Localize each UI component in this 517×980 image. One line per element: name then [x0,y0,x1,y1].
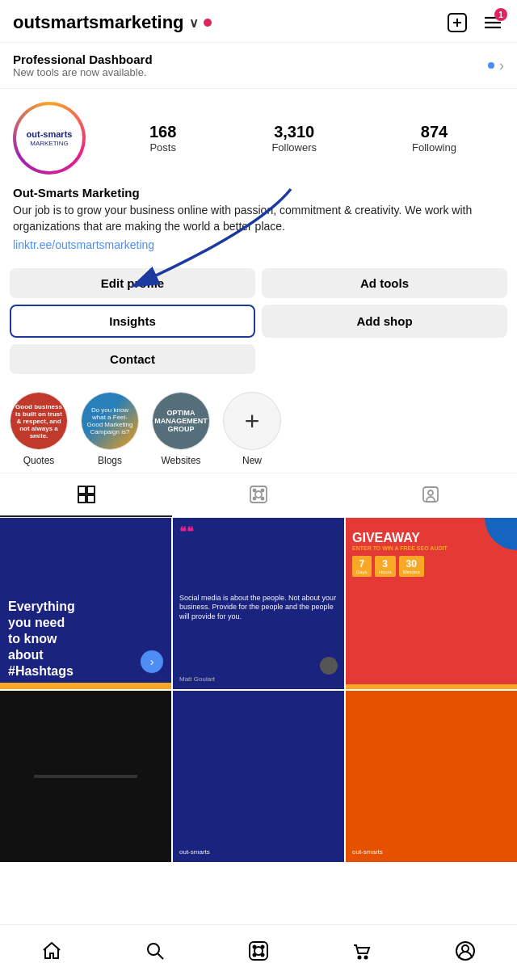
dashboard-dot [488,62,494,69]
notification-badge: 1 [494,8,507,21]
post-4-content [0,691,171,862]
highlight-circle-quotes[interactable]: Good business is built on trust & respec… [10,392,68,450]
highlights-section: Good business is built on trust & respec… [0,382,517,473]
svg-point-28 [365,957,368,959]
highlight-quotes[interactable]: Good business is built on trust & respec… [10,392,68,466]
bio-text: Our job is to grow your business online … [13,203,504,234]
insights-button[interactable]: Insights [10,305,255,338]
post-3-timer: 7 Days 3 Hours 30 Minutes [352,556,511,577]
contact-button[interactable]: Contact [10,344,255,374]
svg-point-25 [254,954,256,957]
posts-stat[interactable]: 168 Posts [149,123,176,154]
stats-section: 168 Posts 3,310 Followers 874 Following [102,123,504,154]
post-5[interactable]: out-smarts [173,691,344,862]
highlight-circle-new[interactable]: + [223,392,281,450]
post-1[interactable]: Everything you need to know about #Hasht… [0,518,171,689]
svg-point-30 [462,945,469,952]
add-highlight-icon: + [245,406,260,436]
svg-point-16 [261,498,263,500]
following-stat[interactable]: 874 Following [412,123,456,154]
post-1-arrow-btn: › [141,650,163,673]
svg-point-26 [262,954,264,957]
live-dot [204,19,212,27]
post-5-text: out-smarts [179,848,210,856]
add-shop-button[interactable]: Add shop [262,305,507,338]
post-3-subtitle: ENTER TO WIN A FREE SEO AUDIT [352,545,511,551]
post-6-content: out-smarts [346,691,517,862]
svg-point-19 [148,944,159,955]
menu-button[interactable]: 1 [481,11,504,34]
nav-shop[interactable] [344,933,380,969]
followers-stat[interactable]: 3,310 Followers [271,123,317,154]
following-label: Following [412,141,456,154]
post-3-title: GIVEAWAY [352,531,511,545]
tab-tagged[interactable] [345,473,517,517]
username-text: outsmartsmarketing [13,12,184,33]
post-2-inner: ❝❝ Social media is about the people. Not… [173,518,344,689]
post-3-hours: 3 Hours [375,556,396,577]
username-section[interactable]: outsmartsmarketing ∨ [13,12,212,33]
header: outsmartsmarketing ∨ 1 [0,0,517,43]
post-4[interactable] [0,691,171,862]
svg-point-18 [428,490,433,495]
post-2[interactable]: ❝❝ Social media is about the people. Not… [173,518,344,689]
highlight-websites[interactable]: OPTIMAMANAGEMENTGROUP Websites [152,392,210,466]
highlight-blogs[interactable]: Do you know what a Feel-Good Marketing C… [81,392,139,466]
svg-rect-9 [78,495,86,503]
nav-search[interactable] [137,933,173,969]
svg-rect-7 [78,486,86,494]
post-3-bar [346,684,517,689]
highlight-circle-blogs[interactable]: Do you know what a Feel-Good Marketing C… [81,392,139,450]
edit-profile-button[interactable]: Edit profile [10,268,255,298]
blogs-thumbnail: Do you know what a Feel-Good Marketing C… [82,393,138,449]
svg-rect-8 [87,486,95,494]
posts-label: Posts [149,141,176,154]
highlight-label-quotes: Quotes [23,455,55,466]
post-3-inner: GIVEAWAY ENTER TO WIN A FREE SEO AUDIT 7… [346,518,517,689]
tab-grid[interactable] [0,473,172,517]
highlight-new[interactable]: + New [223,392,281,466]
bio-section: Out-Smarts Marketing Our job is to grow … [0,186,517,262]
posts-count: 168 [149,123,176,141]
quotes-thumbnail: Good business is built on trust & respec… [11,393,67,449]
bio-link[interactable]: linktr.ee/outsmartsmarketing [13,238,154,251]
post-2-author: Matt Goulart [179,675,338,683]
post-1-content: Everything you need to know about #Hasht… [0,518,171,689]
svg-rect-10 [87,495,95,503]
action-buttons: Edit profile Ad tools Insights Add shop … [0,262,517,382]
grid-icon [77,485,96,504]
post-3-days: 7 Days [352,556,372,577]
profile-top: out-smarts MARKETING 168 Posts 3,310 Fol… [13,102,504,175]
post-6[interactable]: out-smarts [346,691,517,862]
highlight-circle-websites[interactable]: OPTIMAMANAGEMENTGROUP [152,392,210,450]
ad-tools-button[interactable]: Ad tools [262,268,507,298]
followers-label: Followers [271,141,317,154]
websites-thumbnail: OPTIMAMANAGEMENTGROUP [153,393,209,449]
avatar-ring: out-smarts MARKETING [13,102,86,175]
nav-home[interactable] [34,933,69,969]
add-post-button[interactable] [446,11,469,34]
tagged-icon [421,485,440,504]
post-3[interactable]: GIVEAWAY ENTER TO WIN A FREE SEO AUDIT 7… [346,518,517,689]
pro-dashboard-text: Professional Dashboard New tools are now… [13,53,153,78]
pro-dashboard[interactable]: Professional Dashboard New tools are now… [0,43,517,89]
post-1-text: Everything you need to know about #Hasht… [8,599,163,679]
svg-point-27 [359,957,361,959]
action-buttons-section: Edit profile Ad tools Insights Add shop … [0,262,517,382]
pro-dashboard-subtitle: New tools are now available. [13,66,153,78]
dashboard-chevron-icon[interactable]: › [499,57,504,74]
nav-profile[interactable] [448,933,483,969]
bottom-nav [0,924,517,980]
svg-point-24 [262,946,264,948]
pro-dashboard-title: Professional Dashboard [13,53,153,66]
chevron-icon[interactable]: ∨ [189,15,199,31]
post-4-placeholder [34,775,137,778]
post-tabs [0,473,517,518]
pro-dashboard-nav[interactable]: › [488,57,504,74]
post-6-inner: out-smarts [346,691,517,862]
avatar[interactable]: out-smarts MARKETING [13,102,86,175]
nav-reels[interactable] [241,933,276,969]
tab-reels[interactable] [172,473,344,517]
header-icons: 1 [446,11,504,34]
post-6-text: out-smarts [352,848,383,856]
